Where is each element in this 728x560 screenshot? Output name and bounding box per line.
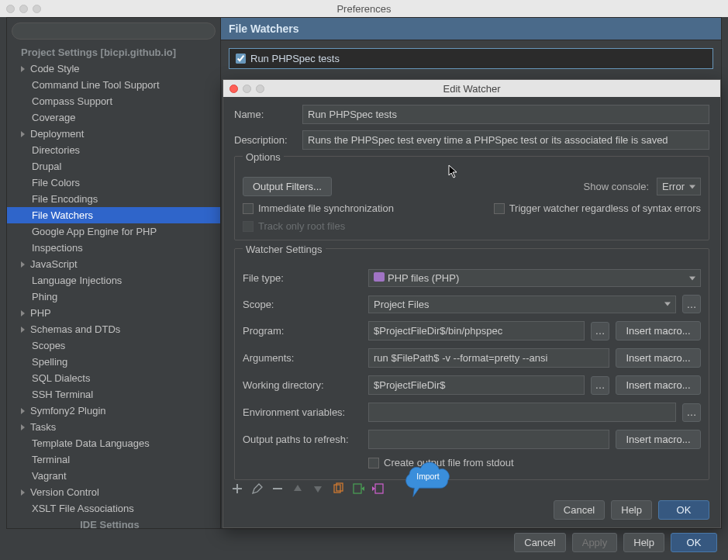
immediate-sync-checkbox[interactable]: Immediate file synchronization (243, 202, 394, 214)
sidebar-item-file-colors[interactable]: File Colors (7, 175, 220, 191)
sidebar-item-label: File Encodings (32, 192, 98, 206)
cancel-button[interactable]: Cancel (514, 533, 565, 552)
sidebar-item-google-app-engine-for-php[interactable]: Google App Engine for PHP (7, 223, 220, 240)
env-browse-button[interactable]: … (682, 403, 701, 422)
dialog-cancel-button[interactable]: Cancel (554, 500, 605, 520)
window-title: Preferences (0, 3, 728, 15)
chevron-right-icon (21, 66, 25, 72)
sidebar-item-language-injections[interactable]: Language Injections (7, 272, 220, 289)
output-paths-insert-macro-button[interactable]: Insert macro... (616, 430, 701, 449)
dialog-help-button[interactable]: Help (611, 500, 652, 520)
scope-label: Scope: (243, 299, 362, 310)
project-settings-header: Project Settings [bicpi.github.io] (7, 44, 220, 60)
sidebar-item-deployment[interactable]: Deployment (7, 126, 220, 142)
sidebar-item-command-line-tool-support[interactable]: Command Line Tool Support (7, 77, 220, 93)
show-console-dropdown[interactable]: Error (657, 178, 701, 195)
add-icon[interactable] (231, 482, 243, 495)
settings-tree[interactable]: Project Settings [bicpi.github.io]Code S… (7, 44, 220, 528)
sidebar-item-tasks[interactable]: Tasks (7, 419, 220, 435)
show-console-label: Show console: (584, 181, 650, 192)
options-group: Options Output Filters... Show console: … (234, 156, 709, 240)
description-label: Description: (234, 134, 295, 146)
workdir-input[interactable] (368, 375, 585, 395)
sidebar-item-compass-support[interactable]: Compass Support (7, 93, 220, 109)
sidebar-item-terminal[interactable]: Terminal (7, 451, 220, 468)
sidebar-item-sql-dialects[interactable]: SQL Dialects (7, 370, 220, 386)
sidebar-item-schemas-and-dtds[interactable]: Schemas and DTDs (7, 321, 220, 337)
trigger-regardless-checkbox[interactable]: Trigger watcher regardless of syntax err… (494, 202, 701, 214)
sidebar-item-label: Google App Engine for PHP (32, 225, 157, 238)
env-label: Environment variables: (243, 406, 362, 418)
sidebar-item-label: Compass Support (32, 95, 112, 108)
sidebar-item-coverage[interactable]: Coverage (7, 109, 220, 126)
sidebar-item-label: XSLT File Associations (32, 502, 134, 515)
arguments-insert-macro-button[interactable]: Insert macro... (616, 348, 701, 368)
copy-icon[interactable] (332, 482, 344, 495)
chevron-right-icon (21, 310, 25, 316)
dialog-ok-button[interactable]: OK (658, 500, 709, 520)
edit-watcher-dialog: Edit Watcher Name: Description: Options … (223, 79, 721, 528)
sidebar-item-label: PHP (30, 306, 51, 320)
settings-sidebar: Project Settings [bicpi.github.io]Code S… (7, 18, 221, 528)
sidebar-item-directories[interactable]: Directories (7, 142, 220, 158)
file-type-dropdown[interactable]: PHP files (PHP) (368, 269, 701, 287)
sidebar-item-label: Code Style (30, 62, 80, 75)
move-up-icon[interactable] (292, 482, 304, 495)
sidebar-item-inspections[interactable]: Inspections (7, 240, 220, 256)
help-button[interactable]: Help (623, 533, 664, 552)
watcher-settings-title: Watcher Settings (243, 244, 326, 255)
sidebar-item-label: Coverage (32, 111, 75, 124)
output-filters-button[interactable]: Output Filters... (243, 177, 332, 196)
arguments-input[interactable] (368, 348, 609, 368)
remove-icon[interactable] (271, 482, 284, 495)
sidebar-item-file-encodings[interactable]: File Encodings (7, 191, 220, 207)
description-input[interactable] (302, 130, 709, 150)
sidebar-item-symfony2-plugin[interactable]: Symfony2 Plugin (7, 403, 220, 419)
sidebar-item-label: Spelling (32, 355, 67, 368)
chevron-right-icon (21, 489, 25, 496)
create-output-checkbox[interactable]: Create output file from stdout (368, 457, 514, 468)
sidebar-item-file-watchers[interactable]: File Watchers (7, 207, 220, 223)
svg-rect-5 (375, 484, 383, 493)
scope-dropdown[interactable]: Project Files (368, 296, 676, 313)
name-input[interactable] (302, 105, 709, 124)
workdir-label: Working directory: (243, 379, 362, 391)
edit-icon[interactable] (251, 482, 264, 495)
sidebar-item-spelling[interactable]: Spelling (7, 354, 220, 370)
dialog-titlebar: Edit Watcher (223, 80, 720, 97)
import-icon[interactable] (352, 482, 364, 495)
sidebar-item-phing[interactable]: Phing (7, 289, 220, 305)
ok-button[interactable]: OK (671, 533, 717, 552)
sidebar-item-template-data-languages[interactable]: Template Data Languages (7, 435, 220, 451)
program-browse-button[interactable]: … (591, 322, 609, 340)
output-paths-label: Output paths to refresh: (243, 434, 362, 445)
watcher-enabled-checkbox[interactable] (236, 54, 246, 64)
chevron-right-icon (21, 327, 25, 333)
sidebar-item-code-style[interactable]: Code Style (7, 60, 220, 77)
sidebar-item-xslt-file-associations[interactable]: XSLT File Associations (7, 500, 220, 517)
search-input[interactable] (12, 22, 216, 40)
sidebar-item-label: Inspections (32, 241, 83, 254)
sidebar-item-label: Vagrant (32, 469, 67, 482)
output-paths-input[interactable] (368, 430, 609, 449)
sidebar-item-vagrant[interactable]: Vagrant (7, 468, 220, 484)
program-input[interactable] (368, 321, 585, 340)
move-down-icon[interactable] (312, 482, 324, 495)
workdir-insert-macro-button[interactable]: Insert macro... (616, 375, 701, 395)
sidebar-item-php[interactable]: PHP (7, 305, 220, 321)
apply-button[interactable]: Apply (572, 533, 618, 552)
env-input[interactable] (368, 403, 676, 422)
watcher-list-item[interactable]: Run PHPSpec tests (229, 48, 713, 69)
svg-rect-4 (354, 484, 361, 493)
program-insert-macro-button[interactable]: Insert macro... (616, 321, 701, 340)
export-icon[interactable] (372, 482, 385, 495)
arguments-label: Arguments: (243, 352, 362, 364)
sidebar-item-drupal[interactable]: Drupal (7, 158, 220, 175)
sidebar-item-version-control[interactable]: Version Control (7, 484, 220, 500)
sidebar-item-label: File Watchers (32, 209, 93, 222)
sidebar-item-ssh-terminal[interactable]: SSH Terminal (7, 386, 220, 403)
scope-browse-button[interactable]: … (682, 295, 701, 313)
workdir-browse-button[interactable]: … (591, 376, 609, 395)
sidebar-item-scopes[interactable]: Scopes (7, 337, 220, 354)
sidebar-item-javascript[interactable]: JavaScript (7, 256, 220, 272)
